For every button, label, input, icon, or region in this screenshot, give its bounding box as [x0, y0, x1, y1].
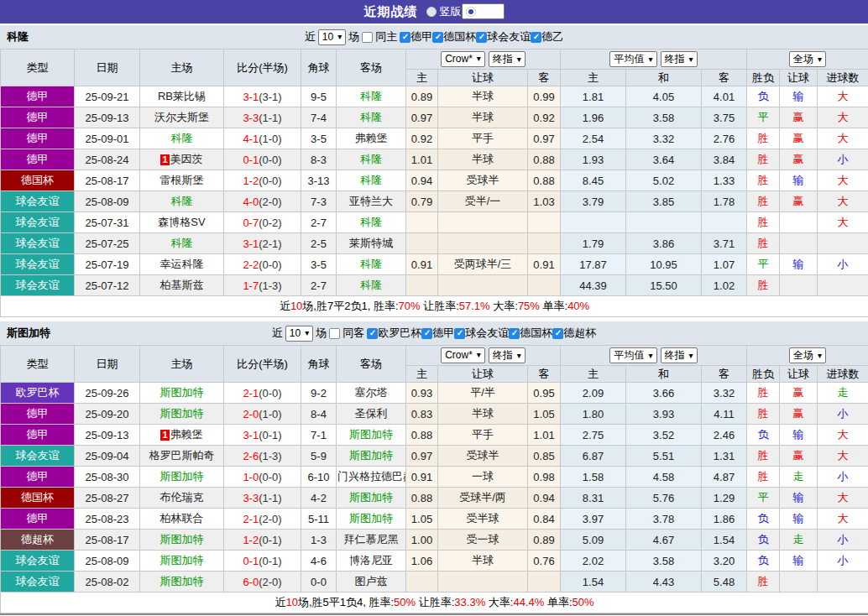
avg-odds-cell: 3.84	[702, 149, 747, 170]
avg-odds-cell	[626, 212, 702, 233]
goals-result-cell: 大	[818, 446, 868, 467]
same-venue-checkbox[interactable]	[362, 32, 373, 43]
avg-group-header: 平均值▾终指▾	[561, 346, 747, 366]
goals-result-cell: 大	[818, 509, 868, 530]
home-team-cell: 斯图加特	[140, 467, 224, 488]
result-scope-select[interactable]: 全场▾	[789, 347, 826, 363]
match-row: 球会友谊25-07-12柏基斯兹1-7(1-3)2-7科隆44.3915.501…	[1, 275, 868, 296]
result-value: 平	[758, 491, 769, 504]
away-team-name: 博洛尼亚	[349, 554, 393, 566]
fulltime-score: 4-1	[243, 133, 259, 145]
league-type-cell: 球会友谊	[1, 551, 75, 572]
summary-segment: 57.1%	[459, 300, 490, 312]
summary-row: 近10场,胜5平1负4, 胜率:50% 让胜率:33.3% 大率:44.4% 单…	[1, 593, 868, 613]
league-checkbox[interactable]	[476, 32, 487, 43]
fulltime-score: 0-1	[243, 154, 259, 166]
match-count-select[interactable]: 10▾	[318, 29, 346, 45]
date-cell: 25-08-17	[75, 170, 140, 191]
sections-container: 科隆 近 10▾ 场 同主 德甲德国杯球会友谊德乙 类型 日期	[0, 25, 868, 613]
league-checkbox[interactable]	[421, 328, 432, 339]
avg-odds-cell: 3.71	[702, 233, 747, 254]
avg-company-select[interactable]: 平均值▾	[609, 347, 656, 363]
fulltime-score: 2-6	[243, 450, 259, 462]
match-row: 德甲25-09-01科隆4-1(1-0)3-5弗赖堡0.92平手0.972.54…	[1, 128, 868, 149]
score-cell: 2-0(1-0)	[224, 404, 301, 425]
match-row: 球会友谊25-08-09斯图加特0-1(0-1)4-6博洛尼亚1.06半球0.7…	[1, 551, 868, 572]
result-value: 胜	[758, 195, 769, 207]
away-team-cell: 科隆	[337, 275, 406, 296]
date-cell: 25-07-31	[75, 212, 140, 233]
section-filter-bar: 科隆 近 10▾ 场 同主 德甲德国杯球会友谊德乙	[0, 25, 868, 49]
odds-cell: 0.93	[406, 383, 438, 404]
result-value: 输	[793, 428, 804, 441]
league-checkbox[interactable]	[531, 32, 541, 43]
avg-odds-cell: 4.11	[702, 404, 747, 425]
layout-radio-0[interactable]: 竖版	[426, 4, 462, 19]
odds-company-select[interactable]: Crow*▾	[441, 347, 485, 363]
layout-radio-1[interactable]: 横版	[462, 3, 505, 19]
odds-cell: 0.76	[528, 551, 561, 572]
odds-stage-select[interactable]: 终指▾	[489, 51, 526, 67]
red-card-badge: 1	[160, 154, 169, 165]
result-value: 大	[838, 216, 849, 228]
away-team-name: 斯图加特	[349, 491, 393, 504]
result-value: 赢	[793, 153, 804, 165]
radio-icon[interactable]	[426, 7, 437, 17]
winloss-cell: 负	[747, 551, 780, 572]
league-type-cell: 德甲	[1, 404, 75, 425]
avg-odds-cell: 3.58	[626, 551, 702, 572]
odds-cell: 受半球	[438, 509, 528, 530]
league-type-cell: 德甲	[1, 149, 75, 170]
league-checkbox[interactable]	[509, 328, 520, 339]
col-home: 主场	[140, 50, 224, 86]
date-cell: 25-08-09	[75, 551, 140, 572]
away-team-cell: 斯图加特	[337, 488, 406, 509]
score-cell: 2-2(0-0)	[224, 254, 301, 275]
league-type-cell: 德甲	[1, 467, 75, 488]
summary-segment: 近	[280, 300, 290, 312]
league-checkbox[interactable]	[367, 328, 378, 339]
radio-icon[interactable]	[466, 7, 476, 17]
odds-cell: 平手	[438, 425, 528, 446]
result-value: 走	[793, 470, 804, 483]
radio-label: 横版	[480, 4, 500, 18]
league-checkbox[interactable]	[400, 32, 410, 43]
odds-cell: 0.89	[406, 86, 438, 107]
avg-odds-cell: 2.54	[561, 128, 626, 149]
handicap-result-cell: 赢	[780, 404, 818, 425]
league-checkbox[interactable]	[454, 328, 465, 339]
halftime-score: (2-0)	[259, 576, 281, 588]
match-count-select[interactable]: 10▾	[285, 326, 313, 342]
league-checkbox[interactable]	[432, 32, 443, 43]
match-row: 球会友谊25-07-25科隆3-1(2-1)2-5莱斯特城1.793.863.7…	[1, 233, 868, 254]
avg-stage-select[interactable]: 终指▾	[661, 347, 698, 363]
result-value: 小	[838, 554, 849, 566]
odds-cell: 受一球	[438, 530, 528, 551]
same-venue-checkbox[interactable]	[329, 328, 340, 339]
score-cell: 2-6(1-3)	[224, 446, 301, 467]
league-checkbox[interactable]	[552, 328, 563, 339]
odds-cell: 0.92	[406, 128, 438, 149]
odds-stage-select[interactable]: 终指▾	[489, 347, 526, 363]
result-value: 胜	[758, 237, 769, 249]
home-team-name: 科隆	[171, 195, 193, 207]
league-type-cell: 球会友谊	[1, 233, 75, 254]
league-label: 德甲	[410, 29, 432, 44]
avg-odds-cell: 17.87	[561, 254, 626, 275]
avg-company-select[interactable]: 平均值▾	[609, 51, 656, 67]
summary-segment: 50%	[394, 596, 416, 608]
corner-cell: 7-3	[301, 191, 337, 212]
score-cell: 0-1(0-1)	[224, 551, 301, 572]
odds-company-select[interactable]: Crow*▾	[441, 51, 485, 67]
winloss-cell: 胜	[747, 212, 780, 233]
match-row: 球会友谊25-07-31森博格SV0-7(0-2)2-7科隆胜大	[1, 212, 868, 233]
home-team-cell: 斯图加特	[140, 551, 224, 572]
away-team-name: 科隆	[360, 174, 382, 186]
avg-stage-select[interactable]: 终指▾	[661, 51, 698, 67]
near-label: 近	[305, 29, 316, 44]
away-team-name: 亚特兰大	[349, 195, 393, 207]
summary-segment: 场,胜7平2负1, 胜率:	[302, 300, 398, 312]
corner-cell: 4-6	[301, 551, 337, 572]
result-scope-select[interactable]: 全场▾	[789, 51, 826, 67]
handicap-result-cell: 走	[780, 530, 818, 551]
